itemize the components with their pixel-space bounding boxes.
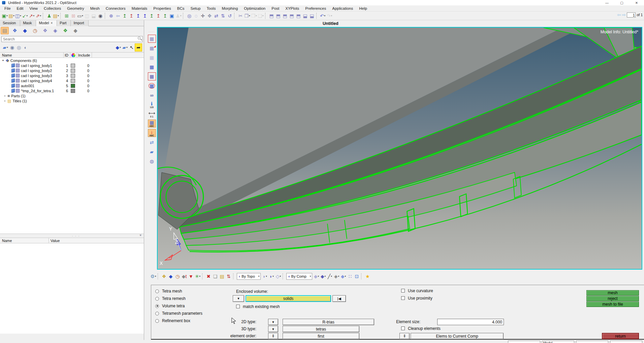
match-existing-mesh-checkbox[interactable] [236,305,240,308]
mesh-quality-icon[interactable]: ◈▾ [333,273,340,280]
reject-button[interactable]: reject [586,296,639,301]
tree-item-label[interactable]: Titles (1) [12,99,27,103]
mesh-style-icon[interactable]: ◆▾ [313,273,320,280]
performance-monitor-icon[interactable]: ⊡ [353,273,360,280]
view-xz-left-icon[interactable]: ↥ [135,12,141,20]
next-page-icon[interactable]: ⇨ [622,12,626,18]
tree-item-label[interactable]: cad l spring_body2 [21,69,52,73]
reset-selection-button[interactable]: |◀ [332,295,346,302]
menu-post[interactable]: Post [268,6,282,11]
favorites-star-icon[interactable]: ★ [364,273,371,280]
menu-connectors[interactable]: Connectors [103,6,129,11]
2d-type-dropdown[interactable]: ▼ [268,319,278,325]
element-shaded-icon[interactable]: ▦ [148,63,156,71]
radio-button[interactable] [155,289,159,293]
element-size-input[interactable]: 4.000 [437,319,504,325]
solids-selector-button[interactable]: solids [246,295,331,302]
folder-import-icon[interactable]: ◆ [71,27,79,34]
menu-file[interactable]: File [1,6,14,11]
menu-preferences[interactable]: Preferences [302,6,329,11]
element-order-value-button[interactable]: first [283,333,359,339]
menu-optimization[interactable]: Optimization [241,6,268,11]
menu-applications[interactable]: Applications [329,6,356,11]
status-field[interactable] [610,341,642,343]
zoom-lasso-icon[interactable]: ◌ [193,12,199,20]
vertical-rotate-icon[interactable]: ⇅ [220,12,226,20]
cut-icon[interactable]: ✂ [237,12,244,20]
radio-volume-tetra[interactable]: Volume tetra [155,304,185,308]
geometry-history-icon[interactable]: ◷ [174,273,181,280]
element-display-box-icon[interactable]: ▦ [148,35,156,43]
viewport-canvas[interactable]: Y Z X Model Info: Untitled* [157,27,642,270]
menu-properties[interactable]: Properties [150,6,174,11]
element-order-switch[interactable]: ⇕ [268,333,278,339]
label-abc-icon[interactable]: ▦ABC [148,119,156,128]
add-page-icon[interactable]: ⊞ [63,12,70,20]
load-results-icon[interactable]: ▤▾ [53,12,59,20]
capture-selection-icon[interactable]: ⬒ [288,12,295,20]
record-video-icon[interactable]: ⬓ [302,12,309,20]
entity-network-icon[interactable]: ❖ [11,27,19,34]
component-color-swatch[interactable] [71,74,75,78]
surface-shade-icon[interactable]: ◗▾ [261,273,268,280]
tree-expander-icon[interactable]: ▸ [3,94,7,97]
create-component-icon[interactable]: ❖ [161,273,167,280]
view-yz-rear-icon[interactable]: ↥ [155,12,162,20]
by-topo-dropdown[interactable]: ◖By Topo▾ [237,273,261,280]
folder-components-icon[interactable]: ❖ [61,27,69,34]
model-folder-icon[interactable]: ▤ [1,27,9,34]
import-down-icon[interactable]: ▼ [188,273,194,280]
tree-item-label[interactable]: Components (6) [10,59,37,63]
use-proximity-checkbox[interactable] [401,296,405,300]
menu-tools[interactable]: Tools [204,6,219,11]
tab-close-icon[interactable]: × [51,21,53,25]
multi-cubes-icon[interactable]: ∷ [347,273,353,280]
layers-icon[interactable]: ❏ [212,273,219,280]
menu-help[interactable]: Help [356,6,370,11]
page-number-input[interactable]: 1 [627,12,636,18]
tree-row[interactable]: ▸▤Titles (1) [0,98,144,103]
splitter-handle-dots[interactable]: · · · [72,234,80,238]
element-select-box-icon[interactable]: ▦ [148,72,156,80]
swap-window-icon[interactable]: ⬓ [90,12,97,20]
tab-import[interactable]: Import [71,20,88,26]
feature-line-icon[interactable]: ╱▾ [326,273,333,280]
measure-scale-icon[interactable]: ⟷0 1 [148,110,156,118]
page-layout-icon[interactable]: ▭▾ [77,12,84,20]
menu-view[interactable]: View [26,6,41,11]
paste-icon[interactable]: ❒▾ [251,12,257,20]
tree-row[interactable]: cad l spring_body330 [0,73,144,78]
return-button[interactable]: return [602,333,639,339]
tree-expander-icon[interactable]: ▾ [1,59,5,62]
window-find-icon[interactable]: ◉ [97,12,104,20]
capture-screen-icon[interactable]: ⬒ [268,12,275,20]
radio-tetramesh-parameters[interactable]: Tetramesh parameters [155,311,202,316]
import-model-icon[interactable]: ↙▾ [22,12,28,20]
organize-icon[interactable]: ✳▾ [194,273,201,280]
by-comp-dropdown[interactable]: ◖By Comp▾ [286,273,312,280]
component-display-icon[interactable]: ▰▾ [2,44,9,51]
element-color-icon[interactable]: ◆▾ [320,273,326,280]
menu-morphing[interactable]: Morphing [219,6,241,11]
status-field[interactable]: Model [542,341,574,343]
element-style-icon[interactable]: ▰▾ [122,44,128,51]
menu-mesh[interactable]: Mesh [87,6,103,11]
create-solid-icon[interactable]: ◆ [167,273,174,280]
tree-item-label[interactable]: auto001 [21,84,34,88]
delete-entity-icon[interactable]: ✖ [205,273,212,280]
open-model-icon[interactable]: ▤▾ [8,12,15,20]
tree-expander-icon[interactable]: ▸ [3,99,7,102]
panel-splitter[interactable]: · · · » [0,234,144,238]
tab-session[interactable]: Session [0,20,20,26]
zoom-out-icon[interactable]: ◎ [186,12,193,20]
show-all-icon[interactable]: ◉ [9,44,15,51]
fit-view-icon[interactable]: ⊕ [108,12,115,20]
use-curvature-checkbox[interactable] [401,289,405,293]
cleanup-elements-checkbox[interactable] [401,327,405,330]
export-model-icon[interactable]: ↗▾ [28,12,35,20]
column-name[interactable]: Name [2,53,12,57]
element-wireframe-icon[interactable]: ▦ [148,54,156,62]
status-field[interactable] [576,341,608,343]
column-id[interactable]: ID [65,53,68,57]
tree-item-label[interactable]: cad l spring_body4 [21,79,52,83]
